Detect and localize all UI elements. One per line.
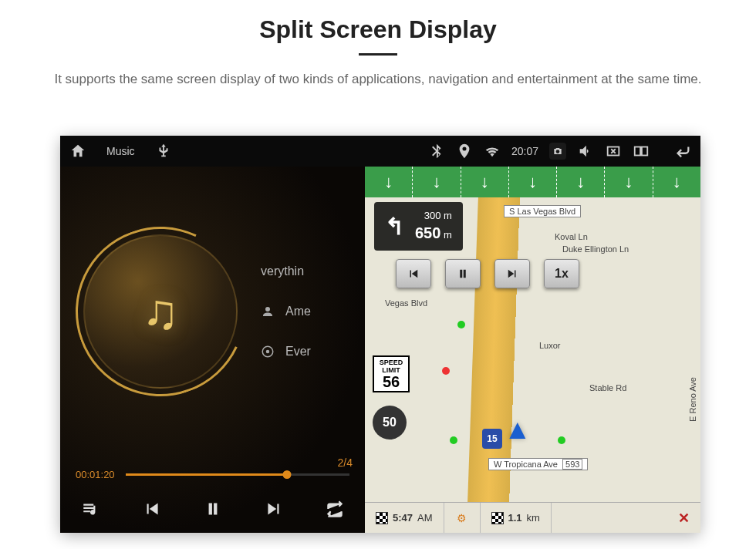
lane-arrow: ↓ (557, 167, 605, 197)
status-bar: Music 20:07 (60, 136, 700, 167)
music-note-icon: ♫ (142, 283, 179, 340)
location-icon (456, 143, 473, 160)
bluetooth-icon (428, 143, 445, 160)
lane-arrow: ↓ (461, 167, 509, 197)
street-label: E Reno Ave (687, 372, 698, 426)
pause-button[interactable] (201, 497, 225, 521)
back-icon[interactable] (674, 143, 691, 160)
overlay-next-button[interactable] (494, 259, 530, 288)
track-artist: Ame (285, 305, 311, 318)
playlist-icon[interactable] (79, 497, 103, 521)
speed-badge[interactable]: 50 (373, 406, 407, 440)
street-label: Koval Ln (550, 231, 592, 242)
highway-shield: 15 (482, 429, 502, 449)
svg-rect-1 (635, 147, 640, 156)
overlay-speed-button[interactable]: 1x (544, 259, 579, 288)
seek-bar[interactable] (126, 473, 349, 476)
svg-rect-2 (642, 147, 647, 156)
device-frame: Music 20:07 (60, 136, 700, 533)
page-title: Split Screen Display (0, 15, 756, 44)
album-art[interactable]: ♫ (83, 234, 238, 389)
lane-guidance: ↓ ↓ ↓ ↓ ↓ ↓ ↓ (365, 167, 700, 197)
destination-flag-icon (491, 512, 504, 524)
page-subtitle: It supports the same screen display of t… (39, 69, 717, 89)
speed-limit-sign: SPEED LIMIT 56 (373, 355, 410, 392)
eta-cell[interactable]: 5:47 AM (365, 503, 444, 533)
speed-limit-value: 56 (376, 374, 407, 389)
distance-unit: km (527, 512, 540, 524)
album-area: ♫ verythin Ame Ever (60, 167, 365, 456)
lane-arrow: ↓ (365, 167, 413, 197)
tab-music[interactable]: Music (106, 145, 135, 157)
prev-track-button[interactable] (140, 497, 164, 521)
gear-icon: ⚙ (455, 511, 469, 525)
close-nav-cell[interactable]: ✕ (667, 503, 700, 533)
lane-arrow: ↓ (413, 167, 461, 197)
track-list: verythin Ame Ever (261, 167, 311, 456)
volume-icon[interactable] (577, 143, 594, 160)
title-underline (359, 53, 397, 56)
track-album: Ever (285, 345, 311, 359)
close-icon: ✕ (678, 510, 690, 527)
eta-unit: AM (417, 512, 433, 524)
distance-cell[interactable]: 1.1 km (481, 503, 552, 533)
music-pane: ♫ verythin Ame Ever 2/4 (60, 167, 365, 533)
turn-near-distance: 300 m (415, 210, 452, 223)
promo-header: Split Screen Display It supports the sam… (0, 0, 756, 97)
track-artist-row[interactable]: Ame (261, 305, 311, 318)
eta-time: 5:47 (393, 512, 413, 524)
svg-point-4 (266, 350, 270, 354)
progress-row: 00:01:20 (60, 469, 365, 485)
track-album-row[interactable]: Ever (261, 345, 311, 359)
close-app-icon[interactable] (605, 143, 622, 160)
overlay-pause-button[interactable] (445, 259, 481, 288)
settings-cell[interactable]: ⚙ (444, 503, 481, 533)
lane-arrow: ↓ (509, 167, 557, 197)
speed-limit-label: SPEED LIMIT (376, 359, 407, 374)
elapsed-time: 00:01:20 (76, 469, 115, 480)
street-label: Duke Ellington Ln (558, 244, 633, 254)
repeat-icon[interactable] (322, 497, 347, 521)
navigation-pane[interactable]: ↓ ↓ ↓ ↓ ↓ ↓ ↓ ↰ 300 m 650 m (365, 167, 700, 533)
: ↰ 300 m 650 m (374, 202, 463, 251)
street-label: Vegas Blvd (380, 298, 432, 308)
usb-icon[interactable] (155, 143, 172, 160)
street-label: Luxor (535, 340, 565, 351)
clock-time: 20:07 (511, 145, 538, 157)
turn-left-icon: ↰ (385, 213, 404, 240)
turn-main-distance: 650 (415, 224, 440, 241)
nav-bottom-bar: 5:47 AM ⚙ 1.1 km ✕ (365, 502, 700, 533)
turn-main-unit: m (444, 229, 452, 241)
next-track-button[interactable] (262, 497, 286, 521)
destination-flag-icon (376, 512, 388, 524)
overlay-prev-button[interactable] (396, 259, 431, 288)
track-title: verythin (261, 264, 304, 278)
vehicle-cursor-icon: ▲ (504, 413, 532, 446)
wifi-icon (484, 143, 501, 160)
home-icon[interactable] (69, 143, 86, 160)
music-controls (60, 485, 365, 533)
split-screen-icon[interactable] (633, 143, 650, 160)
street-label: Stable Rd (585, 382, 631, 393)
lane-arrow: ↓ (605, 167, 653, 197)
remaining-distance: 1.1 (508, 512, 522, 524)
track-counter: 2/4 (60, 456, 365, 469)
street-label: S Las Vegas Blvd (504, 205, 581, 217)
lane-arrow: ↓ (653, 167, 700, 197)
map-media-overlay: 1x (396, 259, 579, 288)
track-title-row[interactable]: verythin (261, 264, 311, 278)
screenshot-icon[interactable] (549, 143, 566, 160)
street-label: W Tropicana Ave 593 (488, 458, 588, 470)
